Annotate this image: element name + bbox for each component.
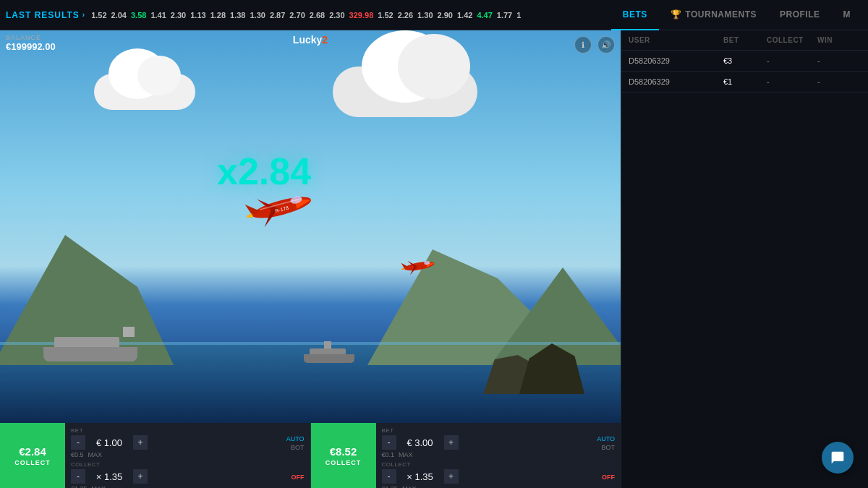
bet-label-2: BET	[382, 427, 595, 434]
user-id: D58206329	[629, 56, 723, 65]
ship-body	[54, 337, 119, 347]
collect-label-1: COLLECT	[14, 459, 51, 466]
ship-left	[43, 347, 137, 361]
collect-sub2-2: MAX	[402, 485, 417, 488]
result-item[interactable]: 1.38	[230, 11, 245, 20]
win-amount: -	[817, 56, 861, 65]
bet-panel-1: €2.84 COLLECT BET - € 1.00 +	[0, 423, 311, 488]
collect-button-2[interactable]: €8.52 COLLECT	[311, 423, 376, 488]
chevron-right-icon: ›	[82, 11, 85, 19]
bet-plus-2[interactable]: +	[444, 435, 459, 450]
tab-menu-label: M	[843, 9, 851, 20]
collect-at-label-1: COLLECT	[71, 461, 289, 468]
result-item[interactable]: 1.13	[190, 11, 205, 20]
collect-at-label-2: COLLECT	[382, 461, 600, 468]
balance-label: BALANCE	[6, 34, 56, 41]
top-bar: LAST RESULTS › 1.522.043.581.412.301.131…	[0, 0, 868, 30]
collect-sub1-2: €1.35	[382, 485, 399, 488]
result-item[interactable]: 1.41	[150, 11, 166, 20]
last-results-label[interactable]: LAST RESULTS ›	[6, 10, 85, 20]
result-item[interactable]: 4.47	[477, 11, 492, 20]
table-row: D58206329 €1 - -	[621, 72, 868, 93]
sound-button[interactable]: 🔊	[597, 36, 615, 53]
main-layout: BALANCE €199992.00 Lucky2 ℹ 🔊	[0, 30, 868, 488]
collect-sub2-1: MAX	[92, 485, 106, 488]
bottom-controls: €2.84 COLLECT BET - € 1.00 +	[0, 423, 621, 488]
logo-accent: 2	[322, 34, 328, 46]
result-item[interactable]: 2.87	[270, 11, 285, 20]
bet-row-bottom-2: COLLECT - × 1.35 + €1.35 MAX	[382, 461, 616, 488]
chat-icon	[830, 450, 845, 465]
game-canvas: BALANCE €199992.00 Lucky2 ℹ 🔊	[0, 30, 621, 423]
auto-label-2[interactable]: AUTO	[597, 435, 615, 442]
bet-input-2[interactable]: € 3.00	[399, 437, 442, 448]
bet-sub2-2: MAX	[399, 451, 413, 458]
bet-row-top-1: BET - € 1.00 + €0.5 MAX	[71, 427, 305, 458]
result-item[interactable]: 1.52	[378, 11, 393, 20]
result-item[interactable]: 1.28	[210, 11, 226, 20]
collect-plus-2[interactable]: +	[444, 469, 459, 484]
tab-tournaments[interactable]: 🏆 TOURNAMENTS	[659, 0, 768, 30]
win-amount: -	[817, 77, 861, 86]
result-item[interactable]: 2.26	[398, 11, 413, 20]
ship-hull	[43, 347, 137, 361]
collect-value-1: €2.84	[19, 445, 46, 458]
bets-table-header: USER BET COLLECT WIN	[621, 30, 868, 51]
info-button[interactable]: ℹ	[574, 36, 592, 53]
results-list: 1.522.043.581.412.301.131.281.381.302.87…	[91, 11, 605, 20]
bet-minus-1[interactable]: -	[71, 435, 85, 450]
result-item[interactable]: 2.30	[329, 11, 344, 20]
tab-bets[interactable]: BETS	[611, 0, 659, 30]
result-item[interactable]: 1.30	[417, 11, 433, 20]
result-item[interactable]: 1.77	[497, 11, 512, 20]
result-item[interactable]: 2.04	[111, 11, 127, 20]
bet-amount: €1	[723, 77, 767, 86]
col-bet: BET	[723, 36, 767, 44]
rock-2	[519, 343, 584, 394]
result-item[interactable]: 1.30	[250, 11, 265, 20]
bet-input-1[interactable]: € 1.00	[88, 437, 131, 448]
collect-label-2: COLLECT	[326, 459, 362, 466]
trophy-icon: 🏆	[671, 9, 682, 20]
col-win: WIN	[817, 36, 861, 44]
table-row: D58206329 €3 - -	[621, 51, 868, 72]
cloud-2	[333, 67, 477, 117]
collect-amount: -	[767, 77, 817, 86]
right-panel: USER BET COLLECT WIN D58206329 €3 - - D5…	[621, 30, 868, 488]
result-item[interactable]: 1	[516, 11, 521, 20]
bet-sub1-2: €0.1	[382, 451, 395, 458]
tab-profile[interactable]: PROFILE	[768, 0, 832, 30]
last-results-text: LAST RESULTS	[6, 10, 80, 20]
tab-menu[interactable]: M	[832, 0, 863, 30]
balance-value: €199992.00	[6, 41, 56, 52]
result-item[interactable]: 1.42	[457, 11, 472, 20]
result-item[interactable]: 2.90	[438, 11, 453, 20]
bet-row-bottom-1: COLLECT - × 1.35 + €1.35 MAX	[71, 461, 305, 488]
collect-minus-1[interactable]: -	[71, 469, 85, 484]
collect-sub1-1: €1.35	[71, 485, 88, 488]
collect-button-1[interactable]: €2.84 COLLECT	[0, 423, 65, 488]
collect-input-2[interactable]: × 1.35	[399, 471, 442, 482]
collect-minus-2[interactable]: -	[382, 469, 396, 484]
game-logo: Lucky2	[293, 34, 328, 46]
collect-plus-1[interactable]: +	[133, 469, 148, 484]
ship-mid-body	[310, 348, 346, 354]
collect-input-1[interactable]: × 1.35	[88, 471, 131, 482]
bet-minus-2[interactable]: -	[382, 435, 396, 450]
bet-plus-1[interactable]: +	[133, 435, 148, 450]
result-item[interactable]: 2.68	[310, 11, 325, 20]
bet-amount: €3	[723, 56, 767, 65]
result-item[interactable]: 2.70	[289, 11, 305, 20]
result-item[interactable]: 2.30	[171, 11, 186, 20]
bot-label-2: BOT	[601, 444, 615, 451]
auto-label-1[interactable]: AUTO	[286, 435, 305, 442]
chat-button[interactable]	[822, 442, 854, 474]
nav-tabs: BETS 🏆 TOURNAMENTS PROFILE M	[611, 0, 862, 30]
game-controls: ℹ 🔊	[574, 36, 615, 53]
result-item[interactable]: 1.52	[91, 11, 106, 20]
game-area: BALANCE €199992.00 Lucky2 ℹ 🔊	[0, 30, 621, 488]
ship-tower	[123, 327, 135, 337]
result-item[interactable]: 3.58	[131, 11, 146, 20]
result-item[interactable]: 329.98	[349, 11, 374, 20]
rocks	[483, 336, 592, 394]
